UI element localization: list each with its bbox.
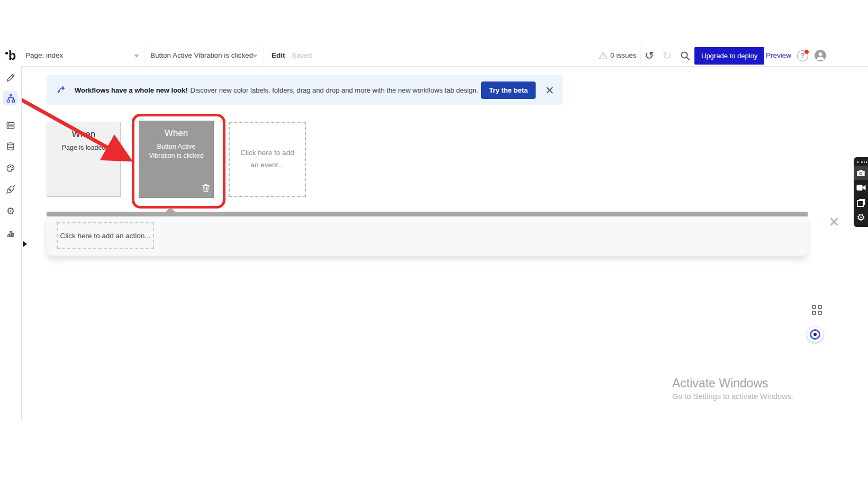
event-card-description: Page is loaded — [47, 143, 120, 152]
bubble-editor-window: b Page: index Button Active Vibration is… — [0, 0, 868, 489]
action-panel: Click here to add an action... — [47, 216, 808, 256]
screenshot-camera-icon[interactable] — [854, 166, 868, 180]
sidebar-item-logs-chart-icon[interactable] — [3, 225, 18, 240]
record-video-icon[interactable] — [854, 180, 868, 195]
event-selector[interactable]: Button Active Vibration is clicked — [150, 45, 253, 66]
sidebar-item-design-pencil-icon[interactable] — [3, 70, 18, 85]
warning-icon — [599, 51, 608, 62]
bubble-logo-dot — [5, 52, 8, 55]
trash-icon[interactable] — [202, 184, 210, 194]
sidebar-expand-handle[interactable] — [23, 241, 27, 247]
event-card-heading: When — [47, 129, 120, 140]
assistant-chat-icon[interactable] — [807, 327, 823, 342]
search-icon[interactable] — [680, 51, 690, 63]
sidebar-item-responsive-pages-icon[interactable] — [3, 118, 18, 133]
banner-title: Workflows have a whole new look! — [75, 86, 188, 94]
bubble-logo[interactable]: b — [8, 45, 16, 66]
preview-link[interactable]: Preview — [766, 45, 791, 66]
banner-close-icon[interactable] — [546, 87, 553, 94]
sidebar-item-settings-gear-icon[interactable] — [3, 204, 18, 219]
edit-menu[interactable]: Edit — [272, 45, 285, 66]
event-card-heading: When — [139, 128, 213, 139]
banner-message: Discover new color labels, folders, drag… — [191, 86, 478, 94]
activate-windows-subtext: Go to Settings to activate Windows. — [672, 392, 793, 401]
grid-widget-icon[interactable] — [812, 305, 824, 316]
event-selector-chevron-down-icon[interactable] — [252, 55, 258, 58]
sidebar-item-styles-palette-icon[interactable] — [3, 161, 18, 176]
event-card-page-loaded[interactable]: When Page is loaded — [47, 122, 121, 197]
sparkle-wand-icon — [56, 84, 68, 96]
action-panel-bar[interactable] — [47, 212, 808, 216]
upgrade-to-deploy-button[interactable]: Upgrade to deploy — [694, 47, 764, 65]
toolbar-divider — [640, 45, 641, 66]
screen-capture-toolbar — [854, 157, 868, 227]
event-card-button-clicked[interactable]: When Button Active Vibration is clicked — [139, 121, 214, 198]
toolbar-divider — [264, 45, 264, 66]
toolbar-divider — [144, 45, 144, 66]
redo-icon[interactable] — [662, 45, 672, 66]
left-sidebar — [0, 66, 22, 421]
capture-more-dots-icon[interactable] — [854, 157, 868, 166]
sidebar-item-database-icon[interactable] — [3, 139, 18, 154]
try-the-beta-button[interactable]: Try the beta — [481, 82, 536, 99]
top-toolbar: b Page: index Button Active Vibration is… — [0, 45, 868, 67]
capture-window-icon[interactable] — [854, 195, 868, 210]
user-avatar-icon[interactable] — [815, 50, 826, 61]
add-event-placeholder[interactable]: Click here to add an event... — [229, 122, 306, 197]
issues-count[interactable]: 0 issues — [610, 45, 637, 66]
event-card-description: Button Active Vibration is clicked — [139, 142, 213, 160]
undo-icon[interactable] — [645, 45, 654, 66]
sidebar-item-plugins-plug-icon[interactable] — [3, 182, 18, 197]
capture-settings-gear-icon[interactable] — [854, 210, 868, 224]
activate-windows-text: Activate Windows — [672, 376, 768, 391]
save-status: Saved — [292, 45, 312, 66]
page-selector[interactable]: Page: index — [25, 45, 63, 66]
sidebar-item-workflow-tree-icon[interactable] — [3, 90, 18, 105]
workflows-beta-banner: Workflows have a whole new look! Discove… — [47, 75, 563, 105]
help-icon[interactable] — [797, 50, 808, 61]
page-selector-chevron-down-icon[interactable] — [134, 55, 139, 58]
action-panel-close-icon[interactable] — [830, 218, 838, 228]
add-action-placeholder[interactable]: Click here to add an action... — [57, 222, 154, 249]
